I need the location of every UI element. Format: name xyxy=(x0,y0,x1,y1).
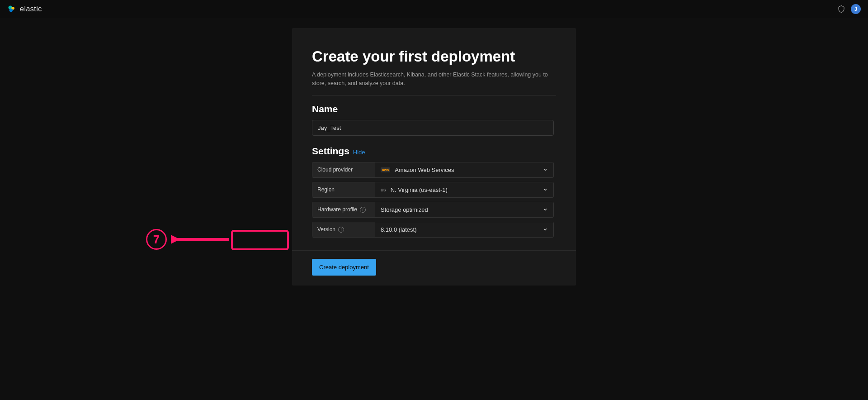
page-subtitle: A deployment includes Elasticsearch, Kib… xyxy=(312,71,556,95)
hardware-profile-value-content: Storage optimized xyxy=(381,206,428,213)
app-header: elastic J xyxy=(0,0,868,18)
chevron-down-icon xyxy=(542,187,548,192)
chevron-down-icon xyxy=(542,167,548,172)
settings-label-text: Settings xyxy=(312,146,349,157)
svg-point-2 xyxy=(9,9,13,12)
hardware-profile-value: Storage optimized xyxy=(381,206,428,213)
region-label: Region xyxy=(312,182,375,197)
region-select[interactable]: us N. Virginia (us-east-1) xyxy=(375,182,553,197)
card-footer: Create deployment xyxy=(292,250,576,276)
main-content: Create your first deployment A deploymen… xyxy=(0,18,868,286)
brand-name: elastic xyxy=(20,5,42,13)
chevron-down-icon xyxy=(542,207,548,212)
avatar-initial: J xyxy=(854,6,857,12)
chevron-down-icon xyxy=(542,227,548,232)
hardware-profile-label: Hardware profile i xyxy=(312,202,375,217)
info-icon[interactable]: i xyxy=(360,207,366,213)
version-row: Version i 8.10.0 (latest) xyxy=(312,222,554,238)
header-right: J xyxy=(837,4,861,14)
header-left: elastic xyxy=(7,5,42,14)
region-badge: us xyxy=(381,187,386,192)
version-value-content: 8.10.0 (latest) xyxy=(381,226,417,233)
info-icon[interactable]: i xyxy=(338,227,344,233)
cloud-provider-value: Amazon Web Services xyxy=(395,167,454,173)
hardware-profile-label-text: Hardware profile xyxy=(317,206,357,213)
region-value: N. Virginia (us-east-1) xyxy=(391,186,448,193)
version-label-text: Version xyxy=(317,226,335,233)
name-section-label: Name xyxy=(312,104,556,114)
version-label: Version i xyxy=(312,222,375,237)
region-value-content: us N. Virginia (us-east-1) xyxy=(381,186,448,193)
elastic-logo-icon xyxy=(7,5,16,14)
hardware-profile-row: Hardware profile i Storage optimized xyxy=(312,202,554,218)
create-deployment-button[interactable]: Create deployment xyxy=(312,259,376,276)
page-title: Create your first deployment xyxy=(312,48,556,65)
help-icon[interactable] xyxy=(837,5,845,13)
deployment-name-input[interactable] xyxy=(312,120,554,136)
cloud-provider-select[interactable]: aws Amazon Web Services xyxy=(375,162,553,177)
version-select[interactable]: 8.10.0 (latest) xyxy=(375,222,553,237)
cloud-provider-label: Cloud provider xyxy=(312,162,375,177)
deployment-card: Create your first deployment A deploymen… xyxy=(292,28,576,286)
version-value: 8.10.0 (latest) xyxy=(381,226,417,233)
hardware-profile-select[interactable]: Storage optimized xyxy=(375,202,553,217)
hide-settings-link[interactable]: Hide xyxy=(353,149,365,156)
settings-section-label: Settings Hide xyxy=(312,146,556,157)
user-avatar[interactable]: J xyxy=(851,4,861,14)
cloud-provider-value-content: aws Amazon Web Services xyxy=(381,167,454,173)
cloud-provider-row: Cloud provider aws Amazon Web Services xyxy=(312,162,554,178)
region-row: Region us N. Virginia (us-east-1) xyxy=(312,182,554,198)
aws-badge-icon: aws xyxy=(381,167,390,172)
